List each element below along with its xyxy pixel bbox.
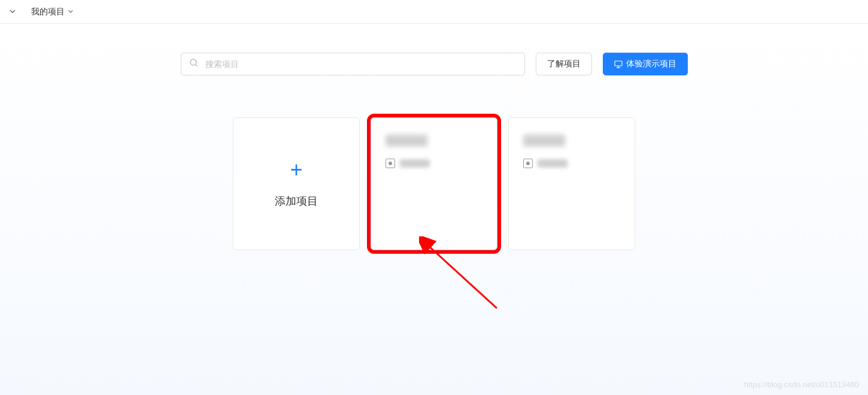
top-bar: 我的项目 (0, 0, 868, 24)
watermark: https://blog.csdn.net/u011513460 (744, 380, 859, 389)
presentation-icon (614, 60, 623, 68)
project-card[interactable]: 項目名稱 成員信息 (508, 117, 635, 250)
project-cards-row: + 添加项目 項目名稱 成員信息 項目名稱 成員信息 (0, 117, 868, 250)
project-meta: 成員信息 (386, 159, 482, 168)
chevron-down-icon[interactable] (6, 7, 19, 17)
project-card[interactable]: 項目名稱 成員信息 (371, 117, 497, 250)
add-project-card[interactable]: + 添加项目 (233, 117, 360, 250)
plus-icon: + (290, 159, 302, 181)
project-meta-text: 成員信息 (400, 159, 430, 168)
page-title-label: 我的项目 (31, 7, 65, 17)
demo-button-label: 体验演示项目 (626, 59, 676, 69)
search-input[interactable] (181, 53, 525, 75)
project-meta-text: 成員信息 (538, 159, 567, 168)
add-project-label: 添加项目 (275, 194, 318, 208)
learn-project-button[interactable]: 了解项目 (536, 53, 592, 75)
project-meta: 成員信息 (523, 159, 620, 168)
search-wrapper (181, 53, 525, 75)
svg-rect-2 (615, 61, 622, 66)
main-content: 了解项目 体验演示项目 + 添加项目 項目名稱 成員信息 項目名稱 成員信息 (0, 24, 868, 395)
toolbar: 了解项目 体验演示项目 (0, 53, 868, 75)
project-title: 項目名稱 (523, 135, 565, 147)
demo-project-button[interactable]: 体验演示项目 (603, 53, 688, 75)
page-title-dropdown[interactable]: 我的项目 (31, 7, 74, 17)
chevron-down-icon (68, 8, 74, 16)
project-title: 項目名稱 (386, 135, 427, 147)
